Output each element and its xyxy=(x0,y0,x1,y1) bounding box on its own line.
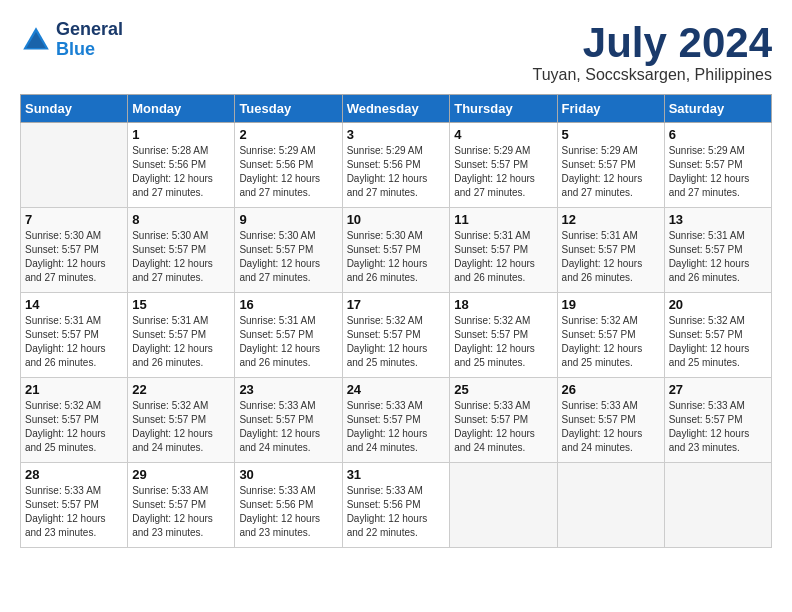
day-number: 8 xyxy=(132,212,230,227)
day-number: 20 xyxy=(669,297,767,312)
calendar-cell: 12Sunrise: 5:31 AM Sunset: 5:57 PM Dayli… xyxy=(557,208,664,293)
day-info: Sunrise: 5:29 AM Sunset: 5:57 PM Dayligh… xyxy=(669,144,767,200)
day-number: 15 xyxy=(132,297,230,312)
day-number: 3 xyxy=(347,127,446,142)
day-info: Sunrise: 5:31 AM Sunset: 5:57 PM Dayligh… xyxy=(669,229,767,285)
day-number: 2 xyxy=(239,127,337,142)
weekday-header: Tuesday xyxy=(235,95,342,123)
calendar-cell: 27Sunrise: 5:33 AM Sunset: 5:57 PM Dayli… xyxy=(664,378,771,463)
day-info: Sunrise: 5:33 AM Sunset: 5:57 PM Dayligh… xyxy=(454,399,552,455)
calendar-cell: 6Sunrise: 5:29 AM Sunset: 5:57 PM Daylig… xyxy=(664,123,771,208)
calendar-cell: 2Sunrise: 5:29 AM Sunset: 5:56 PM Daylig… xyxy=(235,123,342,208)
calendar-body: 1Sunrise: 5:28 AM Sunset: 5:56 PM Daylig… xyxy=(21,123,772,548)
day-number: 31 xyxy=(347,467,446,482)
day-info: Sunrise: 5:33 AM Sunset: 5:57 PM Dayligh… xyxy=(562,399,660,455)
day-info: Sunrise: 5:29 AM Sunset: 5:56 PM Dayligh… xyxy=(347,144,446,200)
calendar-cell: 14Sunrise: 5:31 AM Sunset: 5:57 PM Dayli… xyxy=(21,293,128,378)
day-info: Sunrise: 5:29 AM Sunset: 5:57 PM Dayligh… xyxy=(454,144,552,200)
day-info: Sunrise: 5:33 AM Sunset: 5:56 PM Dayligh… xyxy=(347,484,446,540)
weekday-header: Monday xyxy=(128,95,235,123)
day-number: 22 xyxy=(132,382,230,397)
calendar-cell: 30Sunrise: 5:33 AM Sunset: 5:56 PM Dayli… xyxy=(235,463,342,548)
calendar-cell: 7Sunrise: 5:30 AM Sunset: 5:57 PM Daylig… xyxy=(21,208,128,293)
calendar-week-row: 7Sunrise: 5:30 AM Sunset: 5:57 PM Daylig… xyxy=(21,208,772,293)
day-number: 27 xyxy=(669,382,767,397)
calendar-cell: 31Sunrise: 5:33 AM Sunset: 5:56 PM Dayli… xyxy=(342,463,450,548)
page-header: General Blue July 2024 Tuyan, Soccsksarg… xyxy=(20,20,772,84)
day-info: Sunrise: 5:32 AM Sunset: 5:57 PM Dayligh… xyxy=(454,314,552,370)
weekday-header: Thursday xyxy=(450,95,557,123)
day-number: 1 xyxy=(132,127,230,142)
day-info: Sunrise: 5:33 AM Sunset: 5:57 PM Dayligh… xyxy=(132,484,230,540)
day-info: Sunrise: 5:31 AM Sunset: 5:57 PM Dayligh… xyxy=(239,314,337,370)
day-info: Sunrise: 5:32 AM Sunset: 5:57 PM Dayligh… xyxy=(347,314,446,370)
calendar-cell: 15Sunrise: 5:31 AM Sunset: 5:57 PM Dayli… xyxy=(128,293,235,378)
day-info: Sunrise: 5:30 AM Sunset: 5:57 PM Dayligh… xyxy=(132,229,230,285)
location-subtitle: Tuyan, Soccsksargen, Philippines xyxy=(532,66,772,84)
month-title: July 2024 xyxy=(532,20,772,66)
calendar-header-row: SundayMondayTuesdayWednesdayThursdayFrid… xyxy=(21,95,772,123)
day-number: 24 xyxy=(347,382,446,397)
calendar-cell: 21Sunrise: 5:32 AM Sunset: 5:57 PM Dayli… xyxy=(21,378,128,463)
day-number: 14 xyxy=(25,297,123,312)
day-info: Sunrise: 5:32 AM Sunset: 5:57 PM Dayligh… xyxy=(132,399,230,455)
calendar-cell: 28Sunrise: 5:33 AM Sunset: 5:57 PM Dayli… xyxy=(21,463,128,548)
day-info: Sunrise: 5:30 AM Sunset: 5:57 PM Dayligh… xyxy=(347,229,446,285)
day-info: Sunrise: 5:32 AM Sunset: 5:57 PM Dayligh… xyxy=(562,314,660,370)
calendar-cell xyxy=(21,123,128,208)
day-number: 18 xyxy=(454,297,552,312)
day-number: 7 xyxy=(25,212,123,227)
calendar-cell: 19Sunrise: 5:32 AM Sunset: 5:57 PM Dayli… xyxy=(557,293,664,378)
day-info: Sunrise: 5:31 AM Sunset: 5:57 PM Dayligh… xyxy=(132,314,230,370)
day-number: 26 xyxy=(562,382,660,397)
day-info: Sunrise: 5:33 AM Sunset: 5:57 PM Dayligh… xyxy=(669,399,767,455)
day-number: 28 xyxy=(25,467,123,482)
day-info: Sunrise: 5:28 AM Sunset: 5:56 PM Dayligh… xyxy=(132,144,230,200)
logo: General Blue xyxy=(20,20,123,60)
day-info: Sunrise: 5:33 AM Sunset: 5:57 PM Dayligh… xyxy=(347,399,446,455)
calendar-cell: 5Sunrise: 5:29 AM Sunset: 5:57 PM Daylig… xyxy=(557,123,664,208)
calendar-cell: 29Sunrise: 5:33 AM Sunset: 5:57 PM Dayli… xyxy=(128,463,235,548)
calendar-cell: 8Sunrise: 5:30 AM Sunset: 5:57 PM Daylig… xyxy=(128,208,235,293)
day-number: 9 xyxy=(239,212,337,227)
calendar-cell: 9Sunrise: 5:30 AM Sunset: 5:57 PM Daylig… xyxy=(235,208,342,293)
day-number: 29 xyxy=(132,467,230,482)
day-info: Sunrise: 5:30 AM Sunset: 5:57 PM Dayligh… xyxy=(25,229,123,285)
calendar-cell: 26Sunrise: 5:33 AM Sunset: 5:57 PM Dayli… xyxy=(557,378,664,463)
calendar-cell xyxy=(664,463,771,548)
weekday-header: Sunday xyxy=(21,95,128,123)
weekday-header: Saturday xyxy=(664,95,771,123)
weekday-header: Wednesday xyxy=(342,95,450,123)
day-number: 21 xyxy=(25,382,123,397)
day-info: Sunrise: 5:29 AM Sunset: 5:57 PM Dayligh… xyxy=(562,144,660,200)
calendar-cell: 13Sunrise: 5:31 AM Sunset: 5:57 PM Dayli… xyxy=(664,208,771,293)
day-number: 5 xyxy=(562,127,660,142)
calendar-cell xyxy=(557,463,664,548)
calendar-cell: 24Sunrise: 5:33 AM Sunset: 5:57 PM Dayli… xyxy=(342,378,450,463)
day-number: 10 xyxy=(347,212,446,227)
calendar-cell: 20Sunrise: 5:32 AM Sunset: 5:57 PM Dayli… xyxy=(664,293,771,378)
day-number: 17 xyxy=(347,297,446,312)
calendar-week-row: 21Sunrise: 5:32 AM Sunset: 5:57 PM Dayli… xyxy=(21,378,772,463)
calendar-cell: 4Sunrise: 5:29 AM Sunset: 5:57 PM Daylig… xyxy=(450,123,557,208)
calendar-cell: 17Sunrise: 5:32 AM Sunset: 5:57 PM Dayli… xyxy=(342,293,450,378)
day-info: Sunrise: 5:30 AM Sunset: 5:57 PM Dayligh… xyxy=(239,229,337,285)
day-info: Sunrise: 5:33 AM Sunset: 5:57 PM Dayligh… xyxy=(25,484,123,540)
calendar-week-row: 14Sunrise: 5:31 AM Sunset: 5:57 PM Dayli… xyxy=(21,293,772,378)
calendar-week-row: 28Sunrise: 5:33 AM Sunset: 5:57 PM Dayli… xyxy=(21,463,772,548)
logo-line2: Blue xyxy=(56,40,123,60)
day-number: 11 xyxy=(454,212,552,227)
day-number: 30 xyxy=(239,467,337,482)
weekday-header: Friday xyxy=(557,95,664,123)
day-info: Sunrise: 5:31 AM Sunset: 5:57 PM Dayligh… xyxy=(454,229,552,285)
day-number: 12 xyxy=(562,212,660,227)
logo-icon xyxy=(20,24,52,56)
day-info: Sunrise: 5:32 AM Sunset: 5:57 PM Dayligh… xyxy=(669,314,767,370)
day-number: 23 xyxy=(239,382,337,397)
calendar-cell: 11Sunrise: 5:31 AM Sunset: 5:57 PM Dayli… xyxy=(450,208,557,293)
calendar-cell: 10Sunrise: 5:30 AM Sunset: 5:57 PM Dayli… xyxy=(342,208,450,293)
calendar-cell: 16Sunrise: 5:31 AM Sunset: 5:57 PM Dayli… xyxy=(235,293,342,378)
day-info: Sunrise: 5:33 AM Sunset: 5:56 PM Dayligh… xyxy=(239,484,337,540)
calendar-cell: 25Sunrise: 5:33 AM Sunset: 5:57 PM Dayli… xyxy=(450,378,557,463)
day-number: 25 xyxy=(454,382,552,397)
